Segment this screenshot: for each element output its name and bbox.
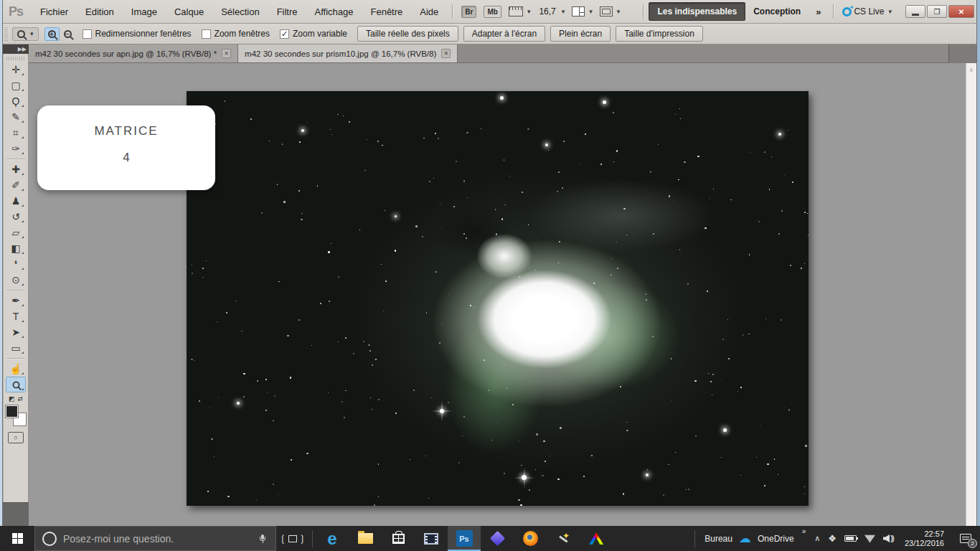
restore-button[interactable]: ❐	[927, 5, 947, 18]
checkbox-option[interactable]: ✓Zoom variable	[280, 29, 347, 39]
blur-tool[interactable]: ❛	[6, 256, 26, 272]
star	[558, 263, 559, 263]
tab-close-icon[interactable]	[222, 49, 231, 58]
view-button[interactable]: Plein écran	[550, 26, 611, 42]
vertical-scrollbar[interactable]: ∧	[966, 63, 976, 526]
scrollbar-up-arrow[interactable]: ∧	[966, 63, 976, 73]
cortana-search-box[interactable]: Posez-moi une question.	[34, 526, 276, 551]
eraser-tool[interactable]: ▱	[6, 225, 26, 240]
checkbox-option[interactable]: Zoom fenêtres	[202, 29, 270, 39]
minimize-button[interactable]	[905, 5, 925, 18]
onedrive-label[interactable]: OneDrive	[751, 534, 801, 544]
onedrive-icon[interactable]: ☁	[739, 532, 751, 545]
start-button[interactable]	[0, 526, 34, 551]
current-tool-dropdown[interactable]	[12, 27, 39, 41]
zoom-level-dropdown[interactable]: 16,7	[537, 6, 565, 17]
microphone-icon[interactable]	[260, 534, 265, 543]
dodge-burn-tool[interactable]: ⊙	[6, 272, 26, 288]
tools-panel-collapse-button[interactable]: ▶▶	[3, 44, 29, 54]
quick-selection-tool[interactable]: ✎	[6, 109, 26, 125]
window-border-right	[976, 0, 980, 526]
crop-tool[interactable]: ⌗	[6, 125, 26, 141]
tray-expand-icon[interactable]: ∧	[814, 534, 820, 543]
view-button[interactable]: Taille réelle des pixels	[357, 26, 458, 42]
menu-filtre[interactable]: Filtre	[268, 1, 306, 22]
star	[562, 187, 563, 189]
spot-healing-brush-tool[interactable]: ✚	[6, 161, 26, 177]
history-brush-tool[interactable]: ↺	[6, 209, 26, 225]
toolbar-overflow-chevron[interactable]: »	[801, 526, 811, 535]
checkbox-box[interactable]: ✓	[280, 29, 289, 39]
volume-icon[interactable]: )))	[883, 534, 893, 542]
star	[710, 198, 710, 199]
workspace-button[interactable]: Conception	[745, 3, 809, 20]
checkbox-option[interactable]: Redimensionner fenêtres	[83, 29, 192, 39]
menu-selection[interactable]: Sélection	[212, 1, 268, 22]
taskbar-app-edge[interactable]: e	[316, 526, 349, 551]
arrange-documents-dropdown[interactable]	[572, 6, 593, 17]
checkbox-box[interactable]	[83, 29, 92, 39]
star	[792, 182, 793, 183]
zoom-tool[interactable]	[6, 377, 26, 392]
zoom-in-button[interactable]: +	[44, 27, 60, 41]
view-button[interactable]: Adapter à l'écran	[463, 26, 545, 42]
swap-colors-icon[interactable]: ⇄	[17, 395, 23, 402]
star	[781, 319, 782, 321]
view-button[interactable]: Taille d'impression	[616, 26, 703, 42]
desktop-toolbar-label[interactable]: Bureau	[698, 534, 739, 544]
menu-calque[interactable]: Calque	[166, 1, 212, 22]
quick-mask-button[interactable]: ○	[8, 432, 24, 443]
battery-icon[interactable]	[844, 535, 857, 542]
menu-fenetre[interactable]: Fenêtre	[362, 1, 411, 22]
foreground-color-swatch[interactable]	[5, 405, 19, 418]
wifi-disconnected-icon[interactable]: ✕	[864, 534, 875, 543]
guides-dropdown[interactable]	[509, 6, 531, 17]
zoom-out-button[interactable]: −	[60, 27, 75, 41]
type-tool[interactable]: T	[6, 309, 26, 324]
pen-tool[interactable]: ✒	[6, 293, 26, 309]
star	[509, 176, 510, 176]
workspace-button[interactable]: Les indispensables	[649, 2, 745, 21]
clone-stamp-tool[interactable]: ♟	[6, 193, 26, 209]
menu-image[interactable]: Image	[123, 1, 166, 22]
menu-affichage[interactable]: Affichage	[306, 1, 362, 22]
task-view-button[interactable]: ❲❳	[276, 526, 309, 551]
taskbar-app-store[interactable]	[382, 526, 415, 551]
tab-close-icon[interactable]	[441, 49, 451, 58]
workspace-overflow-chevron[interactable]: »	[809, 6, 828, 17]
lasso-tool[interactable]: Ϙ	[6, 93, 26, 109]
gradient-tool[interactable]: ◧	[6, 240, 26, 256]
star	[291, 459, 292, 461]
eyedropper-tool[interactable]: ✑	[6, 141, 26, 156]
taskbar-app-photo-editor[interactable]: ✦	[547, 526, 580, 551]
taskbar-app-photoshop[interactable]: Ps	[448, 526, 481, 551]
move-tool[interactable]: ✛	[6, 62, 26, 77]
close-button[interactable]: ✕	[948, 5, 974, 18]
taskbar-clock[interactable]: 22:57 23/12/2016	[897, 529, 951, 548]
rectangular-marquee-tool[interactable]: ▢	[6, 77, 26, 93]
taskbar-app-firefox[interactable]	[514, 526, 547, 551]
menu-fichier[interactable]: Fichier	[32, 1, 77, 22]
cs-live-button[interactable]: CS Live	[842, 6, 892, 17]
menu-edition[interactable]: Edition	[77, 1, 123, 22]
menu-aide[interactable]: Aide	[411, 1, 447, 22]
document-canvas-m42-nebula[interactable]	[187, 91, 809, 506]
bridge-button[interactable]: Br	[461, 6, 476, 18]
taskbar-app-astro-app[interactable]	[580, 526, 613, 551]
screen-mode-dropdown[interactable]	[600, 6, 621, 17]
star	[504, 473, 505, 474]
default-colors-icon[interactable]: ◩	[9, 395, 15, 402]
mini-bridge-button[interactable]: Mb	[484, 6, 501, 18]
taskbar-app-file-explorer[interactable]	[349, 526, 382, 551]
document-tab[interactable]: m42 30 secondes sur apn.jpg @ 16,7% (RVB…	[29, 44, 238, 62]
checkbox-box[interactable]	[202, 29, 211, 39]
action-center-button[interactable]: 2	[951, 526, 980, 551]
path-selection-tool[interactable]: ➤	[6, 324, 26, 340]
taskbar-app-cube-app[interactable]	[481, 526, 514, 551]
document-tab[interactable]: m42 30 secondes sur prism10.jpg @ 16,7% …	[238, 44, 458, 62]
brush-tool[interactable]: ✐	[6, 177, 26, 193]
dropbox-icon[interactable]: ❖	[828, 533, 837, 544]
hand-tool[interactable]: ☝	[6, 361, 26, 377]
rectangle-tool[interactable]: ▭	[6, 340, 26, 356]
taskbar-app-video-app[interactable]	[415, 526, 448, 551]
